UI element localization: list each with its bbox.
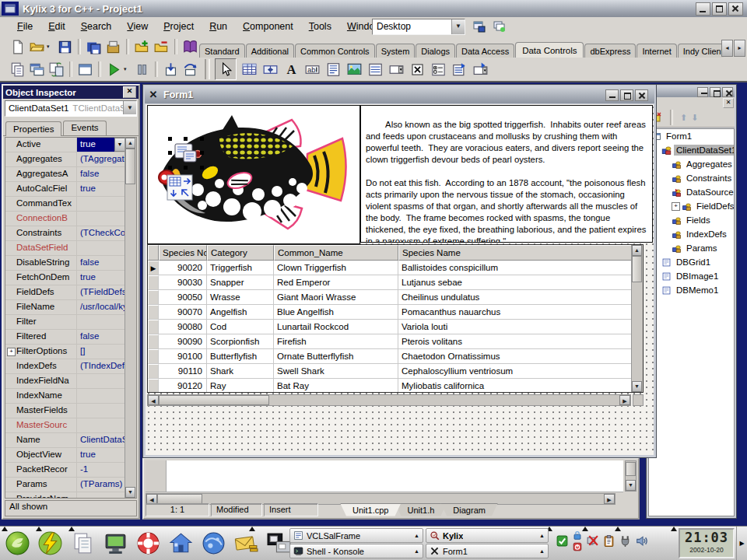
view-form-button[interactable]	[28, 61, 46, 79]
grid-data-row[interactable]: 90090ScorpionfishFirefishPterois volitan…	[148, 334, 632, 349]
tree-item-aggregates[interactable]: Aggregates	[649, 157, 734, 171]
scroll-down-icon[interactable]: ▼	[626, 480, 636, 491]
property-row-connectionb[interactable]: ConnectionB	[5, 212, 125, 226]
property-row-filter[interactable]: Filter	[5, 315, 125, 330]
grid-column-header[interactable]: Species No	[159, 245, 207, 261]
tree-item-indexdefs[interactable]: IndexDefs	[649, 227, 734, 241]
suse-menu-icon[interactable]	[3, 529, 32, 558]
grid-cell[interactable]: Scorpionfish	[207, 334, 274, 349]
save-all-button[interactable]	[85, 38, 103, 56]
grid-cell[interactable]: Firefish	[274, 334, 398, 349]
property-row-name[interactable]: NameClientDataSet	[5, 433, 125, 448]
property-value[interactable]: /usr/local/kyli	[77, 300, 125, 314]
form-designer-surface[interactable]: Also known as the big spotted triggerfis…	[146, 104, 654, 455]
grid-cell[interactable]: Lutjanus sebae	[398, 275, 632, 290]
home-icon[interactable]	[167, 529, 195, 558]
palette-tab-common-controls[interactable]: Common Controls	[295, 44, 375, 58]
expand-icon[interactable]: +	[7, 348, 16, 356]
property-value[interactable]: false	[77, 330, 125, 344]
property-row-mastersourc[interactable]: MasterSourc	[5, 418, 125, 433]
debug-desktop-button[interactable]	[490, 18, 508, 34]
trace-into-button[interactable]	[162, 61, 180, 79]
new-button[interactable]	[9, 38, 26, 56]
run-button[interactable]	[105, 61, 123, 79]
property-row-filtered[interactable]: Filteredfalse	[5, 330, 125, 345]
tree-titlebar[interactable]	[648, 86, 735, 97]
maximize-button[interactable]	[712, 2, 727, 16]
move-up-icon[interactable]: ⬆	[680, 113, 687, 123]
lightning-icon[interactable]	[36, 529, 65, 558]
chevron-down-icon[interactable]: ▼	[123, 101, 136, 114]
grid-cell[interactable]: Clown Triggerfish	[274, 261, 398, 275]
grid-cell[interactable]: 90050	[159, 290, 207, 305]
menu-item-run[interactable]: Run	[202, 19, 235, 34]
grid-cell[interactable]: Variola louti	[398, 320, 632, 334]
konqueror-icon[interactable]	[199, 529, 228, 558]
property-row-active[interactable]: Activetrue▼	[5, 138, 125, 152]
alarm-icon[interactable]	[556, 534, 569, 548]
grid-horizontal-scrollbar[interactable]: ◀ ▶	[147, 394, 631, 406]
property-row-objectview[interactable]: ObjectViewtrue	[5, 448, 125, 463]
grid-data-row[interactable]: 90110SharkSwell SharkCephaloscyllium ven…	[148, 364, 632, 379]
tree-item-dbimage1[interactable]: DBImage1	[649, 269, 734, 283]
palette-tab-additional[interactable]: Additional	[246, 44, 294, 58]
remove-from-project-button[interactable]	[153, 38, 170, 56]
show-desktop-icon[interactable]	[101, 529, 130, 558]
klipper-icon[interactable]	[602, 534, 615, 548]
grid-cell[interactable]: Snapper	[207, 275, 274, 290]
property-value[interactable]: -1	[77, 463, 125, 477]
editor-vertical-scrollbar[interactable]: ▼	[625, 460, 637, 492]
tree-item-dbgrid1[interactable]: DBGrid1	[649, 255, 734, 269]
pause-button[interactable]	[133, 61, 151, 79]
grid-scrollbar[interactable]: ▲ ▼	[631, 245, 643, 392]
property-row-indexfieldna[interactable]: IndexFieldNa	[5, 374, 125, 389]
grid-cell[interactable]: 90080	[159, 320, 207, 334]
pointer-tool-button[interactable]	[215, 58, 237, 80]
grid-column-header[interactable]: Species Name	[398, 245, 632, 261]
popup-arrow-icon[interactable]: ▲	[414, 548, 419, 554]
palette-tab-standard[interactable]: Standard	[199, 44, 245, 58]
grid-cell[interactable]: Swell Shark	[274, 364, 398, 379]
db-edit-component-button[interactable]: ab	[303, 60, 322, 79]
save-button[interactable]	[56, 38, 74, 56]
property-row-constraints[interactable]: Constraints(TCheckConst	[5, 226, 125, 241]
documents-icon[interactable]	[68, 529, 97, 558]
taskbar-window-kylix[interactable]: Kylix▲	[426, 528, 549, 543]
mail-icon[interactable]	[232, 529, 261, 558]
tree-item-constraints[interactable]: Constraints	[649, 171, 734, 185]
property-value[interactable]: (TFieldDefs)	[77, 285, 125, 299]
db-checkbox-component-button[interactable]	[408, 60, 427, 79]
palette-tab-indy-clients[interactable]: Indy Clients	[678, 44, 724, 58]
grid-cell[interactable]: Triggerfish	[207, 261, 274, 275]
form-titlebar[interactable]: ✕ Form1	[145, 86, 654, 103]
clientdataset-design-component[interactable]	[168, 137, 204, 170]
open-project-button[interactable]	[104, 38, 122, 56]
grid-data-row[interactable]: 90030SnapperRed EmperorLutjanus sebae	[148, 275, 632, 290]
dbmemo-description[interactable]: Also known as the big spotted triggerfis…	[360, 105, 653, 243]
panel-hide-button[interactable]: ▶	[736, 527, 747, 560]
palette-tab-data-controls[interactable]: Data Controls	[515, 42, 584, 58]
taskbar-window-vclsalframe[interactable]: VCLSalFrame▲	[289, 528, 423, 543]
chevron-down-icon[interactable]: ▼	[451, 19, 465, 34]
scroll-down-icon[interactable]: ▼	[632, 381, 642, 392]
scrollbar-thumb[interactable]	[159, 395, 269, 405]
object-selector-combo[interactable]: ClientDataSet1 TClientDataS ▼	[5, 100, 137, 117]
grid-data-row[interactable]: 90070AngelfishBlue AngelfishPomacanthus …	[148, 305, 632, 320]
grid-cell[interactable]: Butterflyfish	[207, 349, 274, 364]
property-value[interactable]	[77, 389, 125, 403]
palette-tab-dbexpress[interactable]: dbExpress	[584, 44, 636, 58]
help-button[interactable]	[181, 38, 199, 56]
step-over-button[interactable]	[181, 61, 199, 79]
property-value[interactable]: ClientDataSet	[77, 433, 125, 447]
db-combobox-component-button[interactable]	[387, 60, 406, 79]
no-connection-icon[interactable]	[586, 534, 599, 548]
property-value[interactable]	[77, 212, 125, 226]
grid-cell[interactable]: Cheilinus undulatus	[398, 290, 632, 305]
property-grid-scrollbar[interactable]: ▲ ▼	[124, 138, 136, 498]
tree-item-clientdataset1[interactable]: ClientDataSet1	[649, 143, 734, 157]
tree-item-fields[interactable]: Fields	[649, 213, 734, 227]
scroll-up-icon[interactable]: ▲	[125, 138, 135, 149]
volume-icon[interactable]	[635, 534, 648, 548]
grid-cell[interactable]: Chaetodon Ornatissimus	[398, 349, 632, 364]
menu-item-edit[interactable]: Edit	[40, 19, 73, 34]
